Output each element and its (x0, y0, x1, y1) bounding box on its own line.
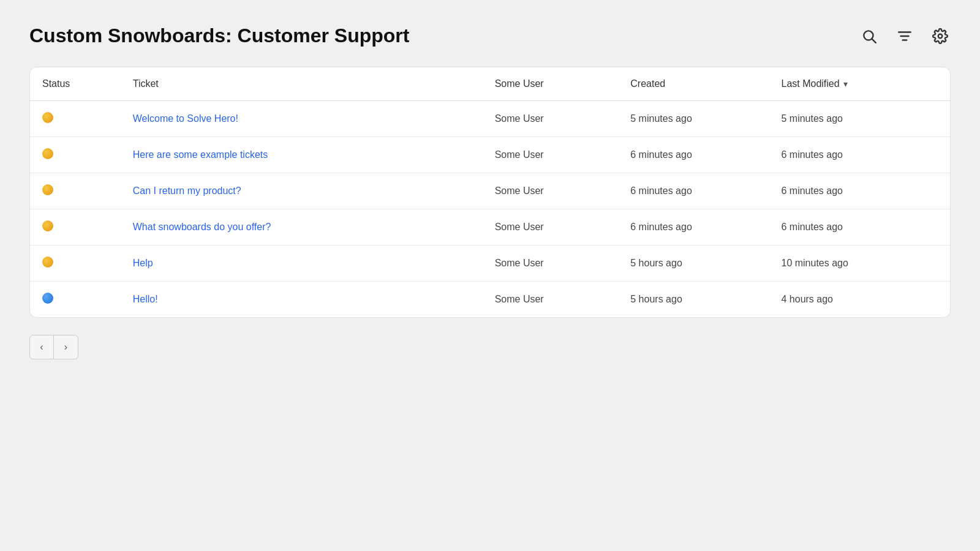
ticket-title-cell[interactable]: Can I return my product? (121, 173, 483, 209)
ticket-link[interactable]: Can I return my product? (133, 186, 241, 196)
ticket-user-cell: Some User (483, 173, 619, 209)
svg-line-1 (872, 39, 876, 42)
col-header-user: Some User (483, 67, 619, 101)
ticket-link[interactable]: What snowboards do you offer? (133, 222, 271, 232)
ticket-status-cell (30, 282, 121, 318)
tickets-table-container: Status Ticket Some User Created Last Mod… (29, 67, 951, 318)
ticket-user-cell: Some User (483, 137, 619, 173)
pagination-controls: ‹ › (29, 335, 951, 359)
ticket-status-cell (30, 246, 121, 282)
ticket-title-cell[interactable]: Here are some example tickets (121, 137, 483, 173)
pagination-prev-button[interactable]: ‹ (29, 335, 54, 359)
ticket-created-cell: 6 minutes ago (618, 209, 769, 246)
pagination-next-button[interactable]: › (54, 335, 78, 359)
ticket-title-cell[interactable]: Welcome to Solve Hero! (121, 101, 483, 137)
prev-arrow-icon: ‹ (40, 342, 43, 353)
settings-icon (932, 28, 948, 44)
ticket-user-cell: Some User (483, 209, 619, 246)
search-button[interactable] (859, 26, 880, 47)
status-dot (42, 220, 53, 231)
ticket-modified-cell: 5 minutes ago (769, 101, 950, 137)
col-header-modified-label: Last Modified (781, 78, 839, 89)
status-dot (42, 148, 53, 159)
sort-arrow-icon: ▾ (843, 79, 848, 89)
filter-icon (897, 28, 913, 44)
ticket-title-cell[interactable]: Help (121, 246, 483, 282)
ticket-modified-cell: 6 minutes ago (769, 173, 950, 209)
ticket-status-cell (30, 209, 121, 246)
ticket-link[interactable]: Hello! (133, 294, 158, 304)
settings-button[interactable] (930, 26, 951, 47)
ticket-modified-cell: 6 minutes ago (769, 209, 950, 246)
table-row: Here are some example ticketsSome User6 … (30, 137, 950, 173)
ticket-link[interactable]: Here are some example tickets (133, 149, 268, 160)
table-header-row: Status Ticket Some User Created Last Mod… (30, 67, 950, 101)
ticket-created-cell: 5 minutes ago (618, 101, 769, 137)
table-body: Welcome to Solve Hero!Some User5 minutes… (30, 101, 950, 318)
ticket-user-cell: Some User (483, 101, 619, 137)
ticket-status-cell (30, 173, 121, 209)
ticket-link[interactable]: Welcome to Solve Hero! (133, 113, 238, 124)
col-header-modified[interactable]: Last Modified ▾ (769, 67, 950, 101)
ticket-link[interactable]: Help (133, 258, 153, 268)
svg-point-5 (938, 34, 943, 38)
header-actions (859, 26, 951, 47)
ticket-title-cell[interactable]: Hello! (121, 282, 483, 318)
tickets-table: Status Ticket Some User Created Last Mod… (30, 67, 950, 317)
page-title: Custom Snowboards: Customer Support (29, 24, 409, 47)
ticket-title-cell[interactable]: What snowboards do you offer? (121, 209, 483, 246)
ticket-modified-cell: 6 minutes ago (769, 137, 950, 173)
ticket-user-cell: Some User (483, 282, 619, 318)
table-row: Hello!Some User5 hours ago4 hours ago (30, 282, 950, 318)
ticket-status-cell (30, 101, 121, 137)
status-dot (42, 112, 53, 123)
table-row: Welcome to Solve Hero!Some User5 minutes… (30, 101, 950, 137)
status-dot (42, 184, 53, 195)
table-row: HelpSome User5 hours ago10 minutes ago (30, 246, 950, 282)
col-header-status: Status (30, 67, 121, 101)
ticket-user-cell: Some User (483, 246, 619, 282)
ticket-modified-cell: 4 hours ago (769, 282, 950, 318)
status-dot (42, 293, 53, 304)
search-icon (861, 28, 877, 44)
ticket-created-cell: 6 minutes ago (618, 137, 769, 173)
filter-button[interactable] (894, 26, 915, 47)
col-header-ticket: Ticket (121, 67, 483, 101)
next-arrow-icon: › (64, 342, 67, 353)
ticket-modified-cell: 10 minutes ago (769, 246, 950, 282)
table-row: Can I return my product?Some User6 minut… (30, 173, 950, 209)
col-header-created: Created (618, 67, 769, 101)
page-header: Custom Snowboards: Customer Support (29, 24, 951, 47)
ticket-status-cell (30, 137, 121, 173)
table-row: What snowboards do you offer?Some User6 … (30, 209, 950, 246)
ticket-created-cell: 6 minutes ago (618, 173, 769, 209)
ticket-created-cell: 5 hours ago (618, 282, 769, 318)
ticket-created-cell: 5 hours ago (618, 246, 769, 282)
status-dot (42, 257, 53, 268)
